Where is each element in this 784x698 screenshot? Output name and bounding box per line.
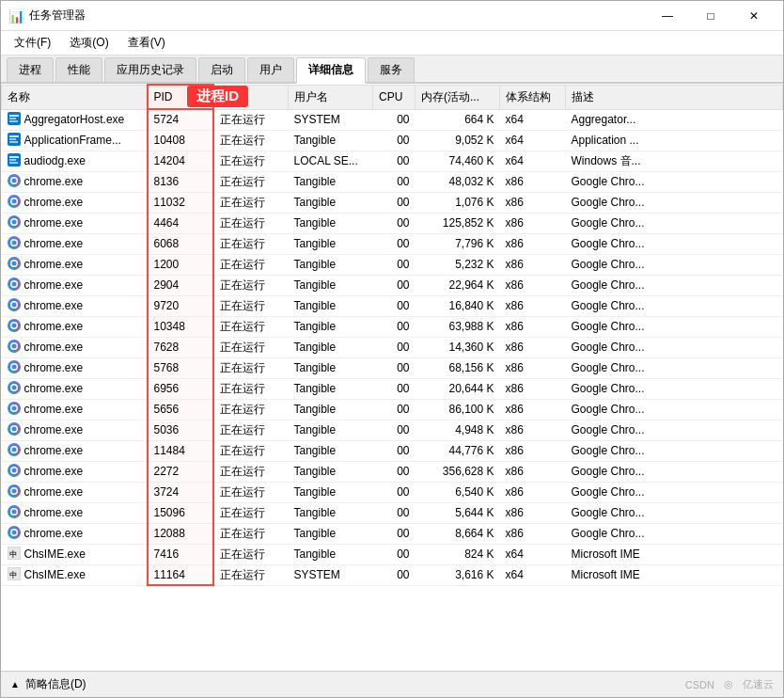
cell-pid: 4464 [148,213,213,233]
process-name-text: chrome.exe [24,506,84,519]
cell-desc: Google Chro... [566,192,783,213]
cell-user: Tangible [289,461,373,482]
col-header-status[interactable]: 状态 [213,85,289,109]
table-row[interactable]: ApplicationFrame...10408正在运行Tangible009,… [2,130,783,151]
table-row[interactable]: AggregatorHost.exe5724正在运行SYSTEM00664 Kx… [2,109,783,130]
table-row[interactable]: chrome.exe6068正在运行Tangible007,796 Kx86Go… [2,233,783,254]
table-row[interactable]: chrome.exe10348正在运行Tangible0063,988 Kx86… [2,316,783,337]
tab-app-history[interactable]: 应用历史记录 [104,57,196,82]
cell-user: Tangible [289,502,373,523]
svg-rect-9 [9,156,19,158]
table-row[interactable]: chrome.exe6956正在运行Tangible0020,644 Kx86G… [2,378,783,399]
cell-arch: x86 [500,420,566,440]
table-row[interactable]: chrome.exe12088正在运行Tangible008,664 Kx86G… [2,523,783,544]
col-header-pid[interactable]: PID [148,85,213,109]
cell-status: 正在运行 [213,295,289,316]
minimize-button[interactable]: — [646,1,689,31]
cell-pid: 2272 [148,461,213,482]
svg-point-50 [11,426,16,431]
col-header-desc[interactable]: 描述 [566,85,783,109]
table-row[interactable]: 中 ChsIME.exe7416正在运行Tangible00824 Kx64Mi… [2,544,783,564]
cell-pid: 2904 [148,275,213,295]
collapse-triangle-icon[interactable]: ▲ [10,679,20,690]
col-header-mem[interactable]: 内存(活动... [416,85,500,109]
cell-user: Tangible [289,523,373,544]
cell-cpu: 00 [373,357,416,378]
cell-name: chrome.exe [2,502,148,523]
table-row[interactable]: chrome.exe11484正在运行Tangible0044,776 Kx86… [2,440,783,461]
process-icon [8,133,21,149]
process-name-text: chrome.exe [24,320,84,333]
cell-cpu: 00 [373,130,416,151]
cell-desc: Microsoft IME [566,544,783,564]
cell-status: 正在运行 [213,564,289,585]
col-header-user[interactable]: 用户名 [289,85,373,109]
table-row[interactable]: chrome.exe1200正在运行Tangible005,232 Kx86Go… [2,254,783,275]
process-icon [8,236,21,252]
cell-user: LOCAL SE... [289,151,373,171]
table-row[interactable]: chrome.exe2904正在运行Tangible0022,964 Kx86G… [2,275,783,295]
table-row[interactable]: chrome.exe7628正在运行Tangible0014,360 Kx86G… [2,337,783,357]
menu-view[interactable]: 查看(V) [120,33,173,53]
cell-cpu: 00 [373,482,416,502]
table-row[interactable]: 中 ChsIME.exe11164正在运行SYSTEM003,616 Kx64M… [2,564,783,585]
table-row[interactable]: audiodg.exe14204正在运行LOCAL SE...0074,460 … [2,151,783,171]
table-row[interactable]: chrome.exe11032正在运行Tangible001,076 Kx86G… [2,192,783,213]
cell-status: 正在运行 [213,523,289,544]
svg-point-14 [11,178,16,182]
process-icon [8,360,21,376]
cell-mem: 664 K [416,109,500,130]
col-header-name[interactable]: 名称 [2,85,148,109]
svg-point-23 [11,240,16,245]
svg-text:中: 中 [9,550,17,559]
cell-arch: x86 [500,482,566,502]
process-table-container[interactable]: 名称 PID 状态 用户名 CPU 内存(活动... 体系结构 描述 A [1,84,783,671]
tab-processes[interactable]: 进程 [7,57,54,82]
cell-cpu: 00 [373,171,416,192]
process-icon [8,402,21,418]
brief-info-label[interactable]: 简略信息(D) [25,676,86,692]
tab-services[interactable]: 服务 [368,57,415,82]
process-icon [8,319,21,335]
table-row[interactable]: chrome.exe9720正在运行Tangible0016,840 Kx86G… [2,295,783,316]
cell-name: audiodg.exe [2,151,148,171]
cell-arch: x86 [500,357,566,378]
cell-mem: 8,664 K [416,523,500,544]
maximize-button[interactable]: □ [689,1,732,31]
menu-options[interactable]: 选项(O) [62,33,116,53]
tab-details[interactable]: 详细信息 [296,57,366,84]
close-button[interactable]: ✕ [732,1,776,31]
table-row[interactable]: chrome.exe4464正在运行Tangible00125,852 Kx86… [2,213,783,233]
cell-user: Tangible [289,254,373,275]
cell-pid: 11164 [148,564,213,585]
svg-rect-10 [9,159,16,161]
menu-file[interactable]: 文件(F) [7,33,58,53]
cell-arch: x86 [500,440,566,461]
cell-pid: 3724 [148,482,213,502]
process-icon [8,153,21,169]
table-row[interactable]: chrome.exe5036正在运行Tangible004,948 Kx86Go… [2,420,783,440]
table-row[interactable]: chrome.exe5656正在运行Tangible0086,100 Kx86G… [2,399,783,420]
cell-status: 正在运行 [213,213,289,233]
table-row[interactable]: chrome.exe2272正在运行Tangible00356,628 Kx86… [2,461,783,482]
process-icon: 中 [8,567,21,583]
cell-desc: Google Chro... [566,254,783,275]
table-row[interactable]: chrome.exe5768正在运行Tangible0068,156 Kx86G… [2,357,783,378]
cell-cpu: 00 [373,316,416,337]
table-row[interactable]: chrome.exe15096正在运行Tangible005,644 Kx86G… [2,502,783,523]
tab-performance[interactable]: 性能 [55,57,102,82]
cell-user: SYSTEM [289,564,373,585]
process-name-text: ChsIME.exe [24,547,86,561]
tab-users[interactable]: 用户 [247,57,294,82]
cell-name: chrome.exe [2,254,148,275]
tab-startup[interactable]: 启动 [198,57,245,82]
svg-rect-1 [9,115,19,117]
table-row[interactable]: chrome.exe8136正在运行Tangible0048,032 Kx86G… [2,171,783,192]
table-row[interactable]: chrome.exe3724正在运行Tangible006,540 Kx86Go… [2,482,783,502]
col-header-arch[interactable]: 体系结构 [500,85,566,109]
cell-name: chrome.exe [2,482,148,502]
col-header-cpu[interactable]: CPU [373,85,416,109]
cell-name: chrome.exe [2,440,148,461]
cell-status: 正在运行 [213,502,289,523]
process-icon [8,174,21,190]
